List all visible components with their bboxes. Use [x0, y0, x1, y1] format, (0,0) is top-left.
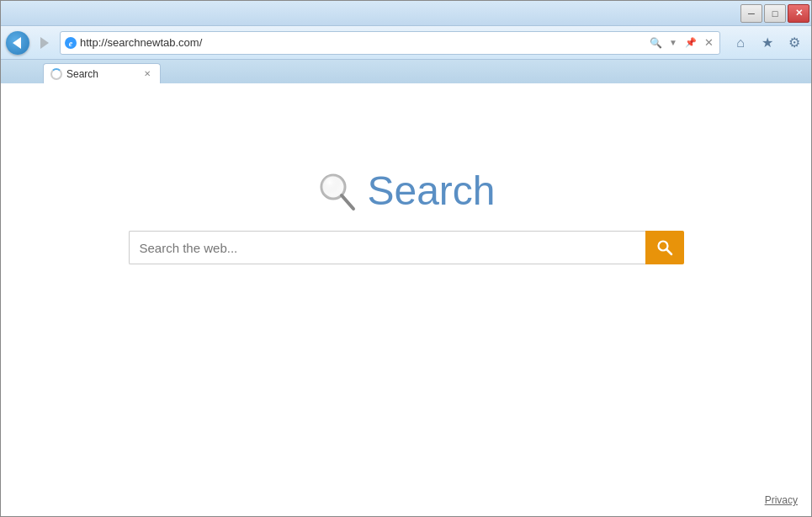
settings-button[interactable]: ⚙	[783, 31, 806, 55]
tab-label: Search	[66, 68, 98, 80]
refresh-icon[interactable]: ▼	[666, 35, 681, 51]
tab-bar: Search ✕	[1, 60, 811, 83]
tab-loading-icon	[50, 68, 62, 80]
svg-line-4	[342, 195, 353, 209]
search-input[interactable]	[129, 231, 645, 264]
url-input[interactable]	[80, 36, 645, 49]
back-arrow-icon	[13, 37, 21, 49]
forward-arrow-icon	[40, 37, 49, 49]
title-bar: ─ □ ✕	[1, 1, 811, 26]
back-button[interactable]	[6, 31, 29, 55]
pin-icon[interactable]: 📌	[683, 35, 698, 51]
maximize-button[interactable]: □	[764, 4, 786, 23]
page-content: Search Privacy	[1, 83, 811, 516]
search-magnifier-icon	[316, 170, 358, 212]
search-submit-icon	[656, 239, 673, 256]
search-addr-icon[interactable]: 🔍	[648, 35, 663, 51]
minimize-button[interactable]: ─	[740, 4, 762, 23]
search-submit-button[interactable]	[645, 231, 684, 264]
address-bar: e 🔍 ▼ 📌 ✕	[60, 31, 720, 55]
page-title: Search	[367, 168, 495, 214]
address-bar-icons: 🔍 ▼ 📌 ✕	[648, 35, 716, 51]
toolbar-right: ⌂ ★ ⚙	[729, 31, 806, 55]
privacy-link[interactable]: Privacy	[765, 494, 798, 506]
addr-close-icon[interactable]: ✕	[701, 35, 716, 51]
close-button[interactable]: ✕	[788, 4, 809, 23]
favorites-button[interactable]: ★	[756, 31, 779, 55]
search-bar-row	[129, 231, 684, 264]
browser-window: ─ □ ✕ e 🔍 ▼ 📌 ✕ ⌂	[0, 0, 812, 517]
window-controls: ─ □ ✕	[740, 4, 809, 23]
ie-logo-icon: e	[64, 36, 77, 50]
search-heading: Search	[316, 168, 495, 214]
forward-button[interactable]	[33, 31, 56, 55]
nav-bar: e 🔍 ▼ 📌 ✕ ⌂ ★ ⚙	[1, 26, 811, 60]
svg-text:e: e	[69, 39, 73, 48]
svg-line-6	[666, 250, 671, 255]
tab-search[interactable]: Search ✕	[43, 63, 161, 83]
home-button[interactable]: ⌂	[729, 31, 752, 55]
tab-close-button[interactable]: ✕	[141, 68, 153, 80]
